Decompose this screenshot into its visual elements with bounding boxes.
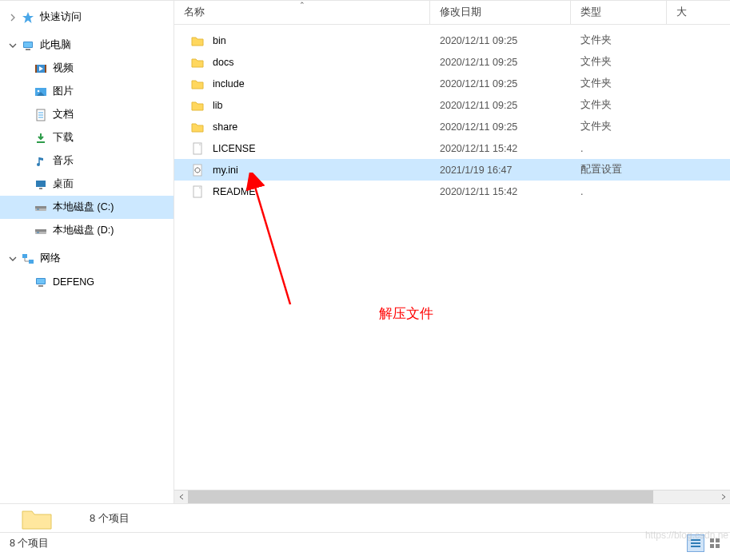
chevron-down-icon[interactable] bbox=[6, 39, 19, 52]
file-type: 文件夹 bbox=[571, 34, 667, 47]
file-type: . bbox=[571, 186, 667, 197]
horizontal-scrollbar[interactable] bbox=[174, 490, 730, 503]
tree-item-network[interactable]: 网络 bbox=[0, 247, 174, 270]
file-name: share bbox=[213, 121, 237, 133]
svg-rect-21 bbox=[37, 209, 39, 209]
tree-label: 音乐 bbox=[53, 154, 74, 168]
details-view-button[interactable] bbox=[687, 534, 704, 552]
tree-item-music[interactable]: 音乐 bbox=[0, 149, 174, 173]
scroll-thumb[interactable] bbox=[188, 490, 653, 503]
svg-rect-2 bbox=[24, 42, 32, 47]
folder-icon bbox=[190, 98, 205, 113]
file-date: 2021/1/19 16:47 bbox=[430, 165, 571, 176]
file-row[interactable]: include2020/12/11 09:25文件夹 bbox=[174, 73, 730, 94]
svg-rect-29 bbox=[38, 285, 43, 287]
file-name: docs bbox=[213, 57, 233, 68]
file-name: lib bbox=[213, 100, 223, 111]
tree-item-network-host[interactable]: DEFENG bbox=[0, 270, 174, 293]
navigation-tree: 快速访问 此电脑 视频 图片 bbox=[0, 1, 174, 503]
svg-rect-43 bbox=[710, 544, 714, 548]
tree-item-pictures[interactable]: 图片 bbox=[0, 80, 174, 103]
svg-rect-40 bbox=[691, 546, 700, 547]
folder-icon bbox=[190, 77, 205, 91]
file-type: 文件夹 bbox=[571, 77, 667, 90]
tree-item-videos[interactable]: 视频 bbox=[0, 57, 174, 80]
tree-item-desktop[interactable]: 桌面 bbox=[0, 173, 174, 196]
column-header-date[interactable]: 修改日期 bbox=[430, 1, 571, 24]
file-name: include bbox=[213, 78, 245, 89]
file-type: 配置设置 bbox=[571, 163, 667, 177]
scroll-left-button[interactable] bbox=[174, 490, 188, 503]
file-date: 2020/12/11 09:25 bbox=[430, 100, 571, 111]
tree-label: 此电脑 bbox=[40, 38, 71, 52]
file-row[interactable]: README2020/12/11 15:42. bbox=[174, 181, 730, 202]
svg-rect-38 bbox=[691, 539, 700, 541]
file-name: bin bbox=[213, 35, 226, 46]
svg-marker-0 bbox=[22, 12, 34, 23]
tree-label: 图片 bbox=[53, 85, 74, 98]
settings-file-icon bbox=[190, 163, 205, 177]
svg-point-16 bbox=[37, 163, 40, 166]
file-row[interactable]: lib2020/12/11 09:25文件夹 bbox=[174, 94, 730, 116]
file-type: . bbox=[571, 143, 667, 154]
disk-icon bbox=[34, 201, 48, 215]
file-row[interactable]: my.ini2021/1/19 16:47配置设置 bbox=[174, 159, 730, 181]
svg-point-9 bbox=[38, 89, 40, 92]
tree-label: 下载 bbox=[53, 131, 74, 145]
file-date: 2020/12/11 09:25 bbox=[430, 121, 571, 133]
large-icons-view-button[interactable] bbox=[706, 534, 724, 552]
file-row[interactable]: LICENSE2020/12/11 15:42. bbox=[174, 137, 730, 159]
file-row[interactable]: docs2020/12/11 09:25文件夹 bbox=[174, 51, 730, 73]
chevron-right-icon[interactable] bbox=[6, 11, 19, 24]
tree-item-downloads[interactable]: 下载 bbox=[0, 126, 174, 149]
svg-rect-23 bbox=[35, 229, 46, 232]
svg-rect-25 bbox=[22, 254, 27, 258]
svg-rect-17 bbox=[36, 181, 46, 187]
pictures-icon bbox=[34, 85, 48, 99]
tree-item-local-disk-d[interactable]: 本地磁盘 (D:) bbox=[0, 219, 174, 242]
tree-label: 视频 bbox=[53, 62, 74, 75]
folder-icon bbox=[190, 120, 205, 134]
file-type: 文件夹 bbox=[571, 98, 667, 112]
column-header-label: 修改日期 bbox=[440, 6, 481, 19]
tree-item-quick-access[interactable]: 快速访问 bbox=[0, 6, 174, 29]
file-date: 2020/12/11 15:42 bbox=[430, 143, 571, 154]
tree-label: 本地磁盘 (D:) bbox=[53, 224, 114, 237]
file-row[interactable]: bin2020/12/11 09:25文件夹 bbox=[174, 30, 730, 51]
status-item-count: 8 个项目 bbox=[10, 537, 49, 550]
file-type: 文件夹 bbox=[571, 55, 667, 69]
svg-rect-5 bbox=[35, 65, 37, 73]
file-name: LICENSE bbox=[213, 143, 256, 154]
tree-item-documents[interactable]: 文档 bbox=[0, 103, 174, 126]
tree-item-this-pc[interactable]: 此电脑 bbox=[0, 34, 174, 57]
file-date: 2020/12/11 09:25 bbox=[430, 57, 571, 68]
svg-rect-20 bbox=[35, 206, 46, 209]
folder-icon bbox=[190, 34, 205, 48]
item-count: 8 个项目 bbox=[90, 511, 130, 526]
scroll-right-button[interactable] bbox=[716, 490, 730, 503]
folder-large-icon bbox=[13, 506, 61, 530]
svg-rect-18 bbox=[39, 188, 42, 189]
tree-label: 网络 bbox=[40, 252, 61, 265]
file-date: 2020/12/11 09:25 bbox=[430, 78, 571, 89]
view-mode-switcher bbox=[687, 534, 724, 552]
chevron-down-icon[interactable] bbox=[6, 252, 19, 265]
file-row[interactable]: share2020/12/11 09:25文件夹 bbox=[174, 116, 730, 137]
svg-rect-15 bbox=[37, 141, 45, 143]
svg-rect-41 bbox=[710, 538, 714, 542]
column-header-label: 类型 bbox=[580, 6, 601, 19]
tree-item-local-disk-c[interactable]: 本地磁盘 (C:) bbox=[0, 196, 174, 219]
file-name: README bbox=[213, 186, 255, 197]
column-header-name[interactable]: ⌃ 名称 bbox=[174, 1, 430, 24]
svg-rect-3 bbox=[26, 49, 30, 50]
file-type: 文件夹 bbox=[571, 120, 667, 133]
svg-rect-39 bbox=[691, 542, 700, 544]
scroll-track[interactable] bbox=[188, 490, 716, 503]
column-header-type[interactable]: 类型 bbox=[571, 1, 667, 24]
downloads-icon bbox=[34, 131, 48, 145]
svg-rect-6 bbox=[45, 65, 46, 73]
status-bar: 8 个项目 bbox=[0, 532, 730, 554]
svg-rect-44 bbox=[716, 544, 720, 548]
music-icon bbox=[34, 154, 48, 169]
column-header-size[interactable]: 大 bbox=[667, 1, 707, 24]
